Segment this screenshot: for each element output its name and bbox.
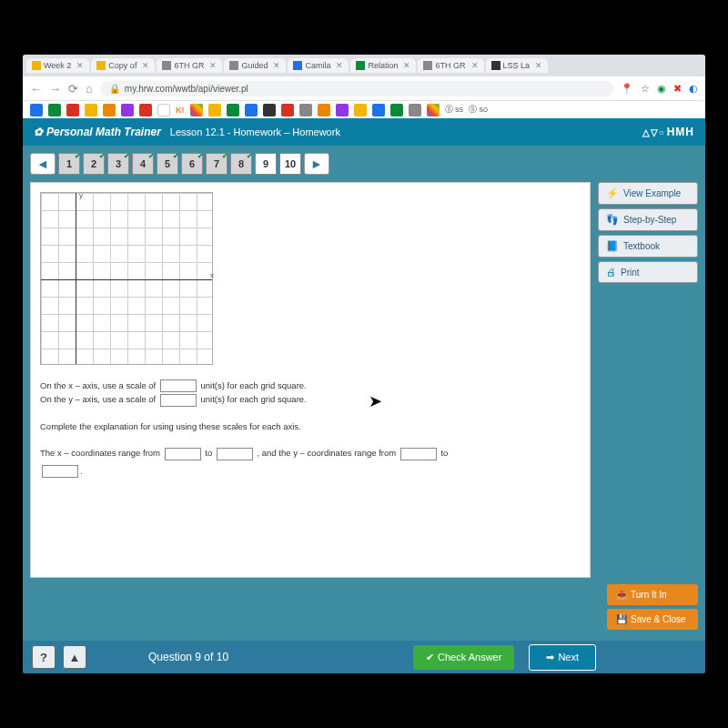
bookmark[interactable] — [103, 104, 116, 116]
bookmark[interactable] — [427, 104, 440, 116]
y-from-input[interactable] — [400, 448, 437, 460]
check-icon: ✔ — [197, 152, 204, 160]
prev-question-button[interactable]: ◄ — [30, 153, 56, 175]
ext-icon[interactable]: ✖ — [673, 83, 682, 95]
bookmark[interactable] — [281, 104, 294, 116]
browser-window: Week 2✕ Copy of✕ 6TH GR✕ Guided✕ Camila✕… — [23, 55, 705, 673]
home-icon[interactable]: ⌂ — [86, 82, 93, 96]
bookmark[interactable] — [245, 104, 258, 116]
tab-strip: Week 2✕ Copy of✕ 6TH GR✕ Guided✕ Camila✕… — [23, 55, 705, 76]
tab-3[interactable]: Guided✕ — [224, 58, 286, 73]
x-to-input[interactable] — [217, 448, 253, 460]
x-axis — [41, 279, 212, 280]
bookmark[interactable] — [85, 104, 97, 116]
location-icon[interactable]: 📍 — [621, 83, 633, 95]
x-from-input[interactable] — [165, 448, 201, 460]
bookmark[interactable] — [157, 104, 170, 116]
view-example-button[interactable]: ⚡View Example — [598, 182, 698, 205]
close-icon[interactable]: ✕ — [142, 61, 149, 70]
url-input[interactable]: 🔒 my.hrw.com/wwtb/api/viewer.pl — [100, 81, 613, 96]
close-icon[interactable]: ✕ — [336, 61, 343, 70]
bookmark[interactable] — [299, 104, 312, 116]
ext-icon[interactable]: ◐ — [689, 83, 698, 95]
close-icon[interactable]: ✕ — [471, 61, 479, 70]
help-sidebar: ⚡View Example 👣Step-by-Step 📘Textbook 🖨P… — [598, 182, 698, 578]
help-button[interactable]: ? — [32, 645, 56, 669]
bookmark[interactable] — [390, 104, 403, 116]
bookmark[interactable] — [354, 104, 367, 116]
forward-icon[interactable]: → — [49, 82, 61, 96]
next-button[interactable]: ➡Next — [529, 644, 596, 671]
bookmark[interactable] — [30, 104, 43, 116]
textbook-button[interactable]: 📘Textbook — [598, 235, 698, 258]
print-button[interactable]: 🖨Print — [598, 261, 698, 283]
tab-1[interactable]: Copy of✕ — [91, 58, 155, 73]
check-icon: ✔ — [426, 652, 434, 663]
save-icon: 💾 — [616, 614, 627, 624]
upload-icon: 📤 — [616, 590, 627, 600]
check-icon: ✔ — [247, 152, 253, 160]
warning-button[interactable]: ▲ — [63, 645, 86, 669]
next-question-button[interactable]: ► — [304, 153, 329, 175]
question-2[interactable]: 2✔ — [83, 153, 105, 175]
tab-2[interactable]: 6TH GR✕ — [157, 58, 222, 73]
footer-bar: ? ▲ Question 9 of 10 ✔Check Answer ➡Next — [23, 641, 705, 673]
question-5[interactable]: 5✔ — [157, 153, 178, 175]
tab-7[interactable]: LSS La✕ — [486, 58, 549, 73]
question-10[interactable]: 10 — [279, 153, 301, 175]
close-icon[interactable]: ✕ — [535, 61, 542, 70]
bookmark[interactable] — [372, 104, 385, 116]
question-counter: Question 9 of 10 — [148, 651, 228, 663]
bookmark[interactable] — [208, 104, 221, 116]
bookmark[interactable] — [318, 104, 330, 116]
bookmark[interactable] — [48, 104, 61, 116]
turn-it-in-button[interactable]: 📤Turn It In — [607, 584, 698, 605]
bookmark-bar: K! Ⓢ ss Ⓢ so — [23, 100, 705, 118]
tab-0[interactable]: Week 2✕ — [26, 58, 89, 73]
bookmark[interactable]: K! — [176, 106, 185, 115]
save-close-button[interactable]: 💾Save & Close — [607, 609, 698, 630]
ext-icon[interactable]: ◉ — [657, 83, 666, 95]
question-4[interactable]: 4✔ — [132, 153, 154, 175]
coordinate-grid[interactable]: y x — [40, 192, 213, 365]
question-3[interactable]: 3✔ — [107, 153, 129, 175]
question-8[interactable]: 8✔ — [230, 153, 252, 175]
question-nav: ◄ 1✔ 2✔ 3✔ 4✔ 5✔ 6✔ 7✔ 8✔ 9 10 ► — [30, 153, 698, 175]
bookmark[interactable] — [263, 104, 276, 116]
bookmark[interactable] — [190, 104, 203, 116]
bookmark[interactable] — [336, 104, 349, 116]
step-by-step-button[interactable]: 👣Step-by-Step — [598, 208, 698, 231]
question-7[interactable]: 7✔ — [206, 153, 228, 175]
check-icon: ✔ — [173, 152, 179, 160]
question-9[interactable]: 9 — [255, 153, 277, 175]
bookmark[interactable] — [409, 104, 421, 116]
question-6[interactable]: 6✔ — [181, 153, 203, 175]
y-axis — [76, 193, 76, 364]
close-icon[interactable]: ✕ — [403, 61, 410, 70]
bookmark[interactable] — [66, 104, 79, 116]
tab-6[interactable]: 6TH GR✕ — [418, 58, 483, 73]
bookmark[interactable] — [139, 104, 152, 116]
bookmark[interactable]: Ⓢ ss — [445, 104, 464, 116]
close-icon[interactable]: ✕ — [209, 61, 217, 70]
check-icon: ✔ — [99, 152, 106, 160]
bookmark[interactable] — [121, 104, 134, 116]
back-icon[interactable]: ← — [30, 82, 42, 96]
close-icon[interactable]: ✕ — [273, 61, 280, 70]
y-to-input[interactable] — [42, 465, 78, 478]
y-scale-input[interactable] — [160, 394, 197, 407]
bookmark[interactable] — [227, 104, 239, 116]
close-icon[interactable]: ✕ — [76, 61, 84, 70]
check-icon: ✔ — [124, 152, 130, 160]
star-icon[interactable]: ☆ — [641, 83, 650, 95]
check-answer-button[interactable]: ✔Check Answer — [413, 645, 514, 670]
tab-5[interactable]: Relation✕ — [350, 58, 416, 73]
reload-icon[interactable]: ⟳ — [68, 82, 78, 96]
question-1[interactable]: 1✔ — [58, 153, 80, 175]
tab-4[interactable]: Camila✕ — [288, 58, 349, 73]
x-scale-input[interactable] — [160, 379, 197, 392]
bookmark[interactable]: Ⓢ so — [469, 104, 488, 116]
y-axis-label: y — [79, 191, 83, 199]
footsteps-icon: 👣 — [606, 214, 619, 226]
printer-icon: 🖨 — [606, 267, 616, 278]
